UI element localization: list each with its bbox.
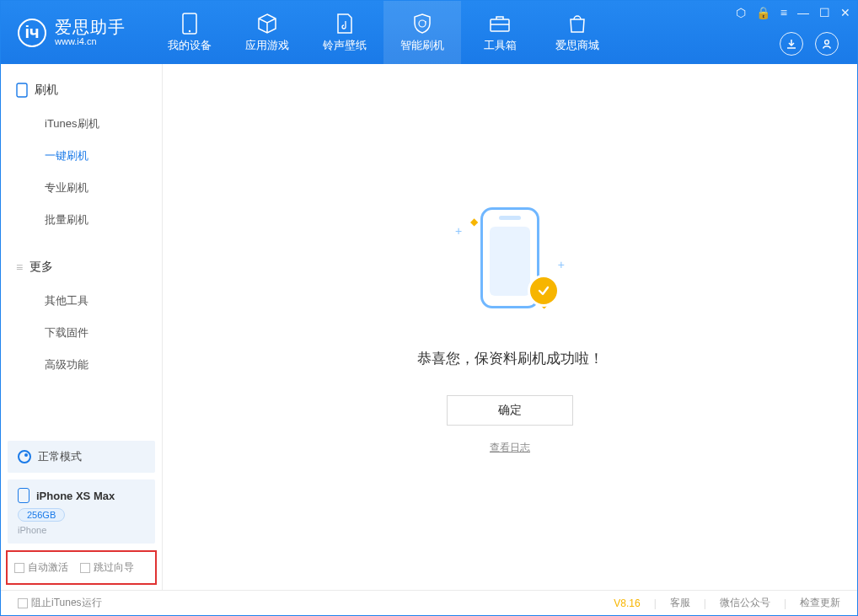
app-url: www.i4.cn xyxy=(55,36,126,46)
nav-apps-games[interactable]: 应用游戏 xyxy=(228,1,306,64)
section-title: 更多 xyxy=(29,260,53,275)
cube-icon xyxy=(256,13,278,35)
sparkle-icon: ◆ xyxy=(470,216,478,228)
window-controls: ⬡ 🔒 ≡ — ☐ ✕ xyxy=(736,6,850,19)
titlebar: iч 爱思助手 www.i4.cn 我的设备 应用游戏 铃声壁纸 智能刷机 xyxy=(1,1,857,64)
phone-icon xyxy=(18,488,29,503)
nav-store[interactable]: 爱思商城 xyxy=(539,1,616,64)
nav-label: 我的设备 xyxy=(168,38,212,53)
shield-sync-icon xyxy=(411,13,433,35)
sidebar-item-other-tools[interactable]: 其他工具 xyxy=(1,285,162,317)
section-title: 刷机 xyxy=(35,83,58,98)
nav-my-device[interactable]: 我的设备 xyxy=(151,1,228,64)
logo: iч 爱思助手 www.i4.cn xyxy=(1,18,142,46)
nav-label: 铃声壁纸 xyxy=(323,38,367,53)
sidebar: 刷机 iTunes刷机 一键刷机 专业刷机 批量刷机 ≡ 更多 其他工具 下载固… xyxy=(1,64,163,590)
plus-icon: + xyxy=(455,224,462,238)
checkbox-icon xyxy=(80,563,90,573)
sidebar-item-download-firmware[interactable]: 下载固件 xyxy=(1,317,162,349)
app-window: iч 爱思助手 www.i4.cn 我的设备 应用游戏 铃声壁纸 智能刷机 xyxy=(0,0,858,616)
nav-ringtone-wallpaper[interactable]: 铃声壁纸 xyxy=(306,1,383,64)
device-type: iPhone xyxy=(18,525,145,535)
download-button[interactable] xyxy=(780,32,803,56)
svg-rect-2 xyxy=(491,19,509,31)
sidebar-item-batch-flash[interactable]: 批量刷机 xyxy=(1,204,162,236)
sidebar-item-oneclick-flash[interactable]: 一键刷机 xyxy=(1,140,162,172)
sidebar-options-highlight: 自动激活 跳过向导 xyxy=(6,550,157,585)
nav-toolbox[interactable]: 工具箱 xyxy=(461,1,539,64)
version-label: V8.16 xyxy=(614,597,640,609)
success-illustration: + + ◆ ◆ xyxy=(447,199,573,325)
minimize-button[interactable]: — xyxy=(797,6,809,19)
svg-point-3 xyxy=(825,40,829,45)
main-content: + + ◆ ◆ 恭喜您，保资料刷机成功啦！ 确定 查看日志 xyxy=(163,64,857,590)
link-wechat[interactable]: 微信公众号 xyxy=(720,596,770,610)
logo-icon: iч xyxy=(18,19,46,47)
view-log-link[interactable]: 查看日志 xyxy=(490,441,530,455)
nav-smart-flash[interactable]: 智能刷机 xyxy=(383,1,461,64)
mode-icon xyxy=(18,450,31,463)
music-file-icon xyxy=(334,13,356,35)
top-nav: 我的设备 应用游戏 铃声壁纸 智能刷机 工具箱 爱思商城 xyxy=(151,1,616,64)
app-title: 爱思助手 xyxy=(55,18,126,36)
checkbox-block-itunes[interactable]: 阻止iTunes运行 xyxy=(18,596,102,610)
checkbox-skip-guide[interactable]: 跳过向导 xyxy=(80,560,134,575)
checkbox-icon xyxy=(18,598,28,608)
sidebar-item-itunes-flash[interactable]: iTunes刷机 xyxy=(1,108,162,140)
link-support[interactable]: 客服 xyxy=(670,596,690,610)
svg-rect-4 xyxy=(17,83,27,97)
mode-label: 正常模式 xyxy=(38,449,82,464)
device-icon xyxy=(179,13,201,35)
shirt-icon[interactable]: ⬡ xyxy=(736,6,746,19)
nav-label: 智能刷机 xyxy=(400,38,444,53)
sidebar-section-flash: 刷机 xyxy=(1,78,162,103)
link-check-update[interactable]: 检查更新 xyxy=(800,596,840,610)
checkbox-label: 自动激活 xyxy=(28,560,68,575)
separator: | xyxy=(704,597,706,609)
list-icon: ≡ xyxy=(16,260,23,274)
checkbox-icon xyxy=(14,563,24,573)
checkbox-label: 阻止iTunes运行 xyxy=(31,596,102,610)
user-button[interactable] xyxy=(815,32,839,56)
device-storage-badge: 256GB xyxy=(18,508,65,522)
nav-label: 工具箱 xyxy=(484,38,517,53)
checkbox-auto-activate[interactable]: 自动激活 xyxy=(14,560,68,575)
menu-icon[interactable]: ≡ xyxy=(780,6,787,19)
nav-label: 应用游戏 xyxy=(245,38,289,53)
lock-icon[interactable]: 🔒 xyxy=(756,6,770,19)
nav-label: 爱思商城 xyxy=(555,38,599,53)
ok-button[interactable]: 确定 xyxy=(447,395,573,426)
bag-icon xyxy=(566,13,588,35)
separator: | xyxy=(784,597,786,609)
check-badge-icon xyxy=(528,275,560,307)
plus-icon: + xyxy=(558,258,565,271)
checkbox-label: 跳过向导 xyxy=(94,560,134,575)
sidebar-section-more: ≡ 更多 xyxy=(1,254,162,280)
mode-card[interactable]: 正常模式 xyxy=(8,441,155,473)
sidebar-item-pro-flash[interactable]: 专业刷机 xyxy=(1,172,162,204)
success-message: 恭喜您，保资料刷机成功啦！ xyxy=(417,349,603,368)
device-card[interactable]: iPhone XS Max 256GB iPhone xyxy=(8,479,155,544)
device-name: iPhone XS Max xyxy=(36,490,115,502)
svg-point-1 xyxy=(189,29,190,31)
maximize-button[interactable]: ☐ xyxy=(819,6,830,19)
toolbox-icon xyxy=(489,13,511,35)
sidebar-item-advanced[interactable]: 高级功能 xyxy=(1,349,162,381)
statusbar: 阻止iTunes运行 V8.16 | 客服 | 微信公众号 | 检查更新 xyxy=(1,590,857,615)
separator: | xyxy=(654,597,657,609)
close-button[interactable]: ✕ xyxy=(840,6,850,19)
phone-icon xyxy=(16,83,28,98)
